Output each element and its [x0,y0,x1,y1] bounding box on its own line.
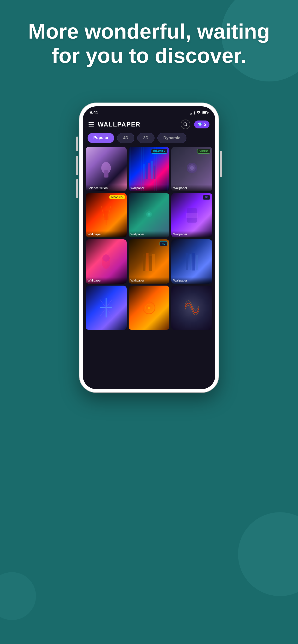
wallpaper-label: Wallpaper [171,277,212,284]
search-button[interactable] [181,120,190,129]
wallpaper-item[interactable] [171,286,212,330]
wallpaper-label: Wallpaper [86,277,127,284]
wallpaper-item[interactable] [129,286,170,330]
status-time: 9:41 [89,110,98,115]
wallpaper-thumbnail [171,286,212,330]
hero-title: More wonderful, waiting for you to disco… [14,19,284,68]
tab-popular[interactable]: Popular [88,133,114,143]
gems-count: 5 [204,122,206,127]
header-left: WALLPAPER [89,121,140,128]
wallpaper-label: Science fiction ... [86,185,127,191]
volume-up-button [76,156,78,175]
svg-rect-21 [186,213,198,218]
wallpaper-item[interactable]: Wallpaper [86,239,127,284]
wallpaper-item[interactable]: VIDEO Wallpaper [171,147,212,191]
svg-rect-31 [196,255,198,270]
wallpaper-item[interactable]: GRAVITY Wallpaper [129,147,170,191]
category-tabs: Popular 4D 3D Dynamic [83,133,215,147]
badge-4d: 4D [160,241,168,246]
svg-rect-29 [190,254,192,270]
menu-button[interactable] [89,122,94,126]
wallpaper-label: Wallpaper [129,185,170,191]
wifi-icon [197,111,200,115]
badge-moving: MOVING [109,195,125,199]
phone-mockup: 9:41 [79,103,219,392]
app-title: WALLPAPER [98,121,140,128]
badge-gravity: GRAVITY [151,149,168,154]
svg-rect-26 [149,256,152,271]
gem-icon: 💎 [198,122,202,127]
power-button [220,151,222,177]
hero-section: More wonderful, waiting for you to disco… [14,19,284,68]
svg-rect-24 [143,254,145,271]
wallpaper-item[interactable]: 3D Wallpaper [171,193,212,238]
wallpaper-thumbnail [129,147,170,191]
bg-decoration-bottom-left [0,572,36,620]
wallpaper-label: Wallpaper [171,185,212,191]
wallpaper-thumbnail [86,286,127,330]
svg-rect-8 [151,161,153,179]
phone-screen: 9:41 [83,106,215,389]
wallpaper-item[interactable]: MOVING Wallpaper [86,193,127,238]
wallpaper-thumbnail [129,286,170,330]
status-bar: 9:41 [83,106,215,117]
svg-point-12 [190,166,194,170]
svg-rect-16 [104,210,108,220]
svg-rect-4 [104,170,108,178]
wallpaper-label: Wallpaper [86,231,127,238]
tab-dynamic[interactable]: Dynamic [158,133,186,143]
svg-rect-6 [146,162,147,179]
header-right: 💎 5 [181,120,209,129]
wallpaper-item[interactable]: 4D Wallpaper [129,239,170,284]
svg-rect-7 [148,163,150,179]
battery-icon [202,112,209,114]
svg-rect-25 [146,253,148,271]
wallpaper-item[interactable] [86,286,127,330]
app-header: WALLPAPER 💎 5 [83,117,215,133]
svg-rect-27 [152,254,155,271]
volume-silent-button [76,136,78,151]
svg-point-23 [102,254,110,262]
svg-rect-30 [192,253,195,270]
tab-4d[interactable]: 4D [117,133,134,143]
svg-rect-5 [143,164,145,179]
svg-point-19 [147,213,151,216]
gems-badge[interactable]: 💎 5 [194,120,209,128]
wallpaper-grid: Science fiction ... GRAVITY [83,147,215,330]
signal-icon [190,111,195,114]
svg-rect-28 [186,253,188,270]
wallpaper-item[interactable]: Science fiction ... [86,147,127,191]
wallpaper-label: Wallpaper [171,231,212,238]
wallpaper-item[interactable]: Wallpaper [129,193,170,238]
status-icons [190,111,209,115]
svg-point-38 [148,307,150,309]
wallpaper-label: Wallpaper [129,231,170,238]
wallpaper-item[interactable]: Wallpaper [171,239,212,284]
phone-frame: 9:41 [79,103,219,392]
wallpaper-label: Wallpaper [129,277,170,284]
bg-decoration-bottom-right [238,512,298,596]
tab-3d[interactable]: 3D [137,133,155,143]
svg-point-0 [184,123,186,125]
svg-line-1 [186,125,187,126]
badge-3d: 3D [203,195,210,200]
badge-video: VIDEO [197,149,210,154]
volume-down-button [76,179,78,198]
svg-rect-9 [154,166,156,179]
